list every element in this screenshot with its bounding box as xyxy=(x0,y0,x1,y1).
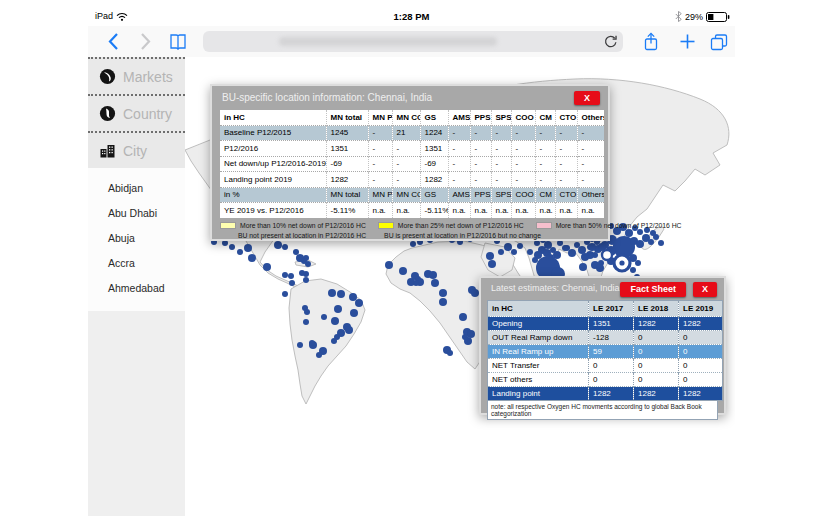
map-dot[interactable] xyxy=(467,330,475,338)
map-dot[interactable] xyxy=(511,249,517,255)
map-dot[interactable] xyxy=(486,252,494,260)
map-dot[interactable] xyxy=(630,267,636,273)
table-cell: -5.11% xyxy=(420,203,448,218)
map-dot[interactable] xyxy=(297,342,303,348)
sidebar-item-accra[interactable]: Accra xyxy=(88,251,185,276)
sidebar-item-abidjan[interactable]: Abidjan xyxy=(88,176,185,201)
column-header: AMS xyxy=(448,110,470,125)
table-cell: 0 xyxy=(589,373,634,387)
close-button[interactable]: X xyxy=(574,91,600,105)
map-dot[interactable] xyxy=(293,249,299,255)
battery-percent: 29% xyxy=(685,12,703,22)
map-dot[interactable] xyxy=(637,229,643,235)
map-dot[interactable] xyxy=(309,340,315,346)
map-dot[interactable] xyxy=(635,260,641,266)
map-dot[interactable] xyxy=(350,309,358,317)
map-dot[interactable] xyxy=(274,241,282,249)
map-dot[interactable] xyxy=(439,298,447,306)
legend-swatch xyxy=(536,222,552,229)
map-dot[interactable] xyxy=(229,244,235,250)
sidebar-item-city[interactable]: City xyxy=(88,131,185,168)
map-dot[interactable] xyxy=(574,242,580,248)
map-dot[interactable] xyxy=(431,279,439,287)
map-dot[interactable] xyxy=(636,240,644,248)
map-dot[interactable] xyxy=(385,261,393,269)
map-dot[interactable] xyxy=(650,230,656,236)
map-dot[interactable] xyxy=(399,267,407,275)
map-dot[interactable] xyxy=(517,243,523,249)
map-dot[interactable] xyxy=(321,314,327,320)
markets-icon xyxy=(99,68,116,85)
map-dot[interactable] xyxy=(337,290,345,298)
map-dot[interactable] xyxy=(349,293,357,301)
refresh-icon[interactable] xyxy=(603,34,618,49)
map-dot[interactable] xyxy=(459,313,467,321)
map-dot[interactable] xyxy=(331,338,337,344)
map-dot-selected[interactable] xyxy=(602,250,612,260)
map-dot[interactable] xyxy=(301,258,307,264)
map-dot[interactable] xyxy=(355,299,363,307)
new-tab-button[interactable] xyxy=(676,31,698,52)
map-dot[interactable] xyxy=(648,239,654,245)
sidebar-item-markets[interactable]: Markets xyxy=(88,57,185,94)
map-dot[interactable] xyxy=(288,273,294,279)
address-bar[interactable] xyxy=(203,31,623,52)
sidebar-item-country[interactable]: Country xyxy=(88,94,185,131)
map-dot[interactable] xyxy=(429,271,437,279)
map-dot[interactable] xyxy=(527,249,533,255)
map-dot[interactable] xyxy=(282,244,288,250)
map-dot[interactable] xyxy=(282,272,288,278)
map-dot[interactable] xyxy=(579,263,587,271)
map-dot[interactable] xyxy=(237,249,243,255)
sidebar-item-abu-dhabi[interactable]: Abu Dhabi xyxy=(88,201,185,226)
map-dot[interactable] xyxy=(532,257,538,263)
map-dot[interactable] xyxy=(658,240,664,246)
map-dot[interactable] xyxy=(625,229,633,237)
table-cell: - xyxy=(392,141,420,157)
table-cell: - xyxy=(555,172,577,188)
forward-button[interactable] xyxy=(135,31,157,52)
map-dot[interactable] xyxy=(345,326,353,334)
map-dot[interactable] xyxy=(447,350,453,356)
bookmarks-button[interactable] xyxy=(167,31,189,52)
map-dot[interactable] xyxy=(498,249,504,255)
map-dot[interactable] xyxy=(464,337,472,345)
table-cell: 0 xyxy=(679,331,723,345)
map-dot[interactable] xyxy=(564,245,570,251)
fact-sheet-button[interactable]: Fact Sheet xyxy=(620,282,686,297)
share-button[interactable] xyxy=(640,31,662,52)
map-dot[interactable] xyxy=(248,254,256,262)
map-dot[interactable] xyxy=(413,280,419,286)
map-dot[interactable] xyxy=(316,352,322,358)
map-dot[interactable] xyxy=(410,241,416,247)
map-dot[interactable] xyxy=(303,277,309,283)
map-dot[interactable] xyxy=(289,280,295,286)
map-dot[interactable] xyxy=(578,246,586,254)
table-row: Landing point 20191282--1282------- xyxy=(220,172,604,188)
close-button[interactable]: X xyxy=(693,282,717,297)
table-cell: Opening xyxy=(488,317,589,331)
status-bar: iPad 1:28 PM 29% xyxy=(88,8,735,26)
map-dot[interactable] xyxy=(581,253,589,261)
map-dot[interactable] xyxy=(303,319,309,325)
map-dot[interactable] xyxy=(328,289,336,297)
sidebar-item-abuja[interactable]: Abuja xyxy=(88,226,185,251)
map-dot[interactable] xyxy=(588,243,596,251)
tabs-button[interactable] xyxy=(708,31,730,52)
map-dot[interactable] xyxy=(439,289,447,297)
map-dot[interactable] xyxy=(244,244,252,252)
sidebar-item-ahmedabad[interactable]: Ahmedabad xyxy=(88,276,185,301)
map-dot[interactable] xyxy=(334,305,342,313)
table-cell: - xyxy=(448,125,470,141)
map-dot[interactable] xyxy=(504,243,512,251)
map-dot[interactable] xyxy=(263,263,271,271)
map-dot[interactable] xyxy=(303,271,309,277)
map-dot[interactable] xyxy=(568,249,576,257)
map-dot[interactable] xyxy=(488,260,496,268)
map-dot[interactable] xyxy=(596,264,604,272)
map-dot[interactable] xyxy=(282,291,288,297)
map-dot[interactable] xyxy=(471,289,479,297)
map-dot[interactable] xyxy=(331,317,339,325)
map-dot[interactable] xyxy=(304,309,310,315)
back-button[interactable] xyxy=(102,31,124,52)
